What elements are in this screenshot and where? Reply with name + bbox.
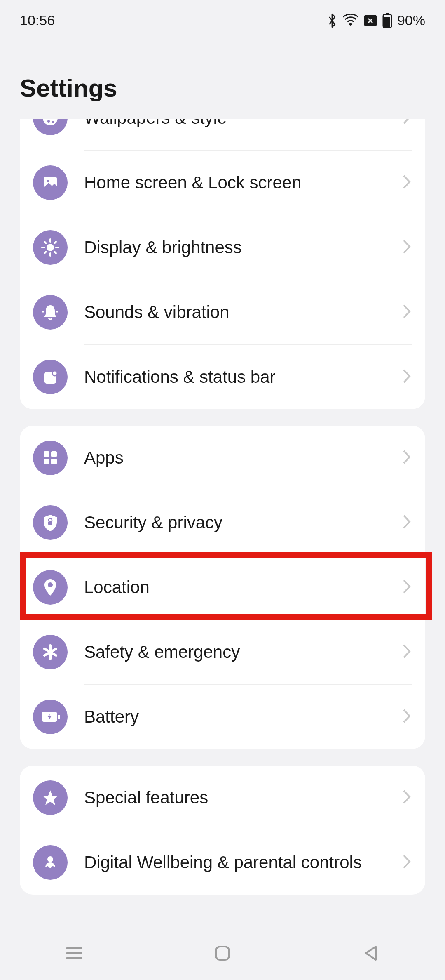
svg-point-9 [47,244,54,251]
settings-scroll[interactable]: Wallpapers & style Home screen & Lock sc… [0,119,445,952]
chevron-right-icon [401,448,412,467]
chevron-right-icon [401,238,412,257]
nav-bar [0,926,445,980]
svg-point-6 [52,121,54,123]
row-special[interactable]: Special features [20,766,425,830]
row-label: Digital Wellbeing & parental controls [84,851,401,874]
svg-line-16 [44,252,46,253]
chevron-right-icon [401,513,412,532]
row-label: Notifications & status bar [84,366,401,389]
page-header: Settings [0,33,445,119]
svg-point-31 [47,856,53,862]
svg-point-25 [48,582,53,587]
settings-group-features: Special features Digital Wellbeing & par… [20,766,425,895]
svg-rect-21 [51,451,57,457]
svg-point-8 [47,180,49,182]
asterisk-icon [33,635,68,669]
row-location[interactable]: Location [20,555,425,620]
row-apps[interactable]: Apps [20,426,425,490]
chevron-right-icon [401,707,412,726]
svg-rect-22 [44,459,49,464]
svg-rect-24 [48,521,52,525]
battery-icon [382,13,392,28]
row-sounds[interactable]: Sounds & vibration [20,280,425,344]
chevron-right-icon [401,119,412,127]
row-label: Apps [84,447,401,469]
svg-rect-20 [44,451,49,457]
heart-person-icon [33,845,68,880]
row-home-lock[interactable]: Home screen & Lock screen [20,151,425,215]
row-wellbeing[interactable]: Digital Wellbeing & parental controls [20,830,425,895]
svg-rect-35 [216,947,229,960]
battery-percent: 90% [397,12,425,28]
chevron-right-icon [401,643,412,662]
bluetooth-icon [326,13,338,28]
row-safety[interactable]: Safety & emergency [20,620,425,684]
star-icon [33,780,68,815]
status-time: 10:56 [20,12,55,28]
row-wallpapers[interactable]: Wallpapers & style [20,119,425,150]
status-icons: 90% [326,12,425,28]
back-button[interactable] [330,944,412,962]
row-notifications[interactable]: Notifications & status bar [20,345,425,409]
row-display[interactable]: Display & brightness [20,215,425,280]
row-battery[interactable]: Battery [20,685,425,749]
row-label: Special features [84,787,401,809]
battery-charge-icon [33,700,68,734]
svg-line-14 [44,242,46,243]
image-icon [33,165,68,200]
notification-icon [33,360,68,394]
row-label: Wallpapers & style [84,119,401,129]
shield-icon [33,505,68,540]
wifi-icon [343,14,358,27]
chevron-right-icon [401,853,412,872]
grid-icon [33,441,68,475]
row-label: Security & privacy [84,511,401,534]
row-label: Location [84,576,401,599]
chevron-right-icon [401,173,412,192]
status-bar: 10:56 90% [0,0,445,33]
svg-rect-23 [51,459,57,464]
settings-group-personalization: Wallpapers & style Home screen & Lock sc… [20,119,425,409]
svg-point-5 [47,120,50,122]
sun-icon [33,230,68,265]
mute-icon [363,14,377,27]
row-label: Sounds & vibration [84,301,401,324]
svg-point-19 [52,371,57,376]
pin-icon [33,570,68,605]
home-button[interactable] [181,944,264,962]
chevron-right-icon [401,303,412,322]
svg-line-15 [54,252,56,253]
row-security[interactable]: Security & privacy [20,490,425,555]
row-label: Battery [84,706,401,728]
bell-icon [33,295,68,330]
palette-icon [33,119,68,135]
row-label: Safety & emergency [84,641,401,664]
settings-group-system: Apps Security & privacy Location [20,426,425,749]
recents-button[interactable] [33,945,115,961]
row-label: Home screen & Lock screen [84,172,401,194]
row-label: Display & brightness [84,236,401,259]
chevron-right-icon [401,578,412,597]
page-title: Settings [20,74,425,102]
svg-rect-3 [384,17,390,27]
chevron-right-icon [401,788,412,807]
chevron-right-icon [401,368,412,386]
svg-line-17 [54,242,56,243]
svg-rect-30 [58,715,60,719]
